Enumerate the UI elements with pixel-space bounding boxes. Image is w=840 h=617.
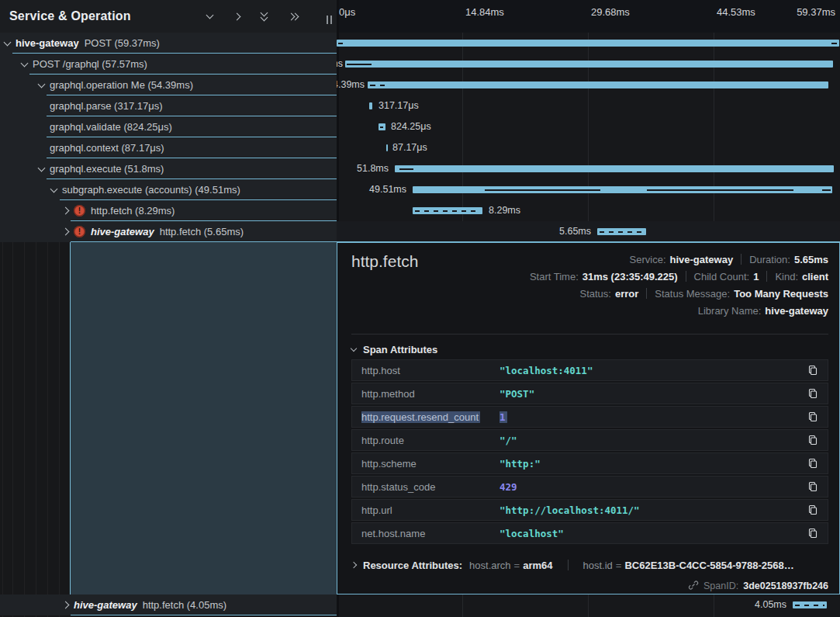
collapse-chevron-icon[interactable] <box>50 185 58 192</box>
double-chevron-right-icon[interactable] <box>285 9 301 24</box>
attribute-value: "localhost:4011" <box>500 365 804 376</box>
attribute-key: net.host.name <box>361 528 500 539</box>
resource-key: host.arch <box>469 560 510 571</box>
span-row-post-graphql[interactable]: POST /graphql (57.57ms) <box>0 54 337 75</box>
span-service: hive-gateway <box>74 599 137 611</box>
attribute-row: http.route "/" <box>351 429 828 451</box>
span-bar[interactable] <box>386 144 388 151</box>
attribute-row-selected: http.request.resend_count 1 <box>351 406 828 428</box>
divider <box>351 334 828 334</box>
resource-key: host.id <box>583 560 613 571</box>
detail-meta: Service: hive-gateway Duration: 5.65ms S… <box>530 251 828 319</box>
library-name-value: hive-gateway <box>765 305 828 317</box>
span-bar[interactable] <box>395 165 834 172</box>
chevron-down-icon <box>351 345 357 352</box>
chevron-down-icon[interactable] <box>204 9 215 24</box>
attribute-value: "/" <box>500 435 804 446</box>
attribute-value: 429 <box>500 481 804 493</box>
span-attributes-section-toggle[interactable]: Span Attributes <box>351 344 437 355</box>
span-row-hive-gateway-post[interactable]: hive-gateway POST (59.37ms) <box>0 33 337 54</box>
attribute-key: http.route <box>361 435 500 446</box>
copy-icon[interactable] <box>804 480 818 493</box>
copy-icon[interactable] <box>804 504 818 516</box>
span-row-graphql-parse[interactable]: graphql.parse (317.17μs) <box>0 95 337 116</box>
attribute-key: http.status_code <box>361 481 500 493</box>
span-bar[interactable] <box>369 102 372 109</box>
status-message-label: Status Message: <box>655 288 730 300</box>
copy-icon[interactable] <box>804 387 818 400</box>
span-row-http-fetch-5ms-selected[interactable]: hive-gateway http.fetch (5.65ms) <box>0 221 337 242</box>
copy-icon[interactable] <box>804 364 818 376</box>
attribute-value: "POST" <box>500 388 804 400</box>
collapse-chevron-icon[interactable] <box>21 59 29 67</box>
timeline-row <box>337 33 840 54</box>
timeline-panel: 0μs 14.84ms 29.68ms 44.53ms 59.37ms 57.5… <box>337 0 840 617</box>
copy-icon[interactable] <box>804 527 818 539</box>
span-row-http-fetch-4ms[interactable]: hive-gateway http.fetch (4.05ms) <box>0 594 337 615</box>
timeline-row: 49.51ms <box>337 179 840 200</box>
collapse-chevron-icon[interactable] <box>38 164 46 172</box>
span-label: http.fetch (5.65ms) <box>160 226 244 237</box>
axis-tick: 44.53ms <box>717 6 755 18</box>
error-icon <box>74 205 85 217</box>
span-row-graphql-validate[interactable]: graphql.validate (824.25μs) <box>0 116 337 137</box>
timeline-row: 54.39ms <box>337 75 840 95</box>
span-bar[interactable] <box>379 123 385 130</box>
panel-resize-handle[interactable] <box>327 16 332 24</box>
attribute-value: 1 <box>500 411 804 423</box>
bar-duration-label: 5.65ms <box>559 221 591 242</box>
expand-chevron-icon[interactable] <box>62 207 70 215</box>
bar-duration-label: 317.17μs <box>379 95 419 116</box>
span-id-value: 3de02518937fb246 <box>743 581 828 591</box>
attribute-row: http.status_code 429 <box>351 476 828 497</box>
span-id-row: SpanID: 3de02518937fb246 <box>688 578 828 594</box>
span-row-graphql-context[interactable]: graphql.context (87.17μs) <box>0 137 337 158</box>
status-value: error <box>615 288 638 300</box>
attribute-key: http.request.resend_count <box>361 411 500 423</box>
selected-span-detail-block <box>70 242 337 594</box>
bar-duration-label: 51.8ms <box>357 158 389 179</box>
bar-duration-label: 824.25μs <box>391 116 431 137</box>
attribute-value: "http://localhost:4011/" <box>500 504 804 516</box>
span-row-graphql-execute[interactable]: graphql.execute (51.8ms) <box>0 158 337 179</box>
panel-title: Service & Operation <box>9 9 131 23</box>
service-label: Service: <box>630 254 666 265</box>
span-label: http.fetch (4.05ms) <box>143 599 226 611</box>
timeline-row: 57.57ms <box>337 54 840 75</box>
span-bar[interactable] <box>345 61 833 68</box>
span-bar[interactable] <box>597 228 646 235</box>
status-message-value: Too Many Requests <box>734 288 828 300</box>
span-bar[interactable] <box>413 207 482 214</box>
detail-span-title: http.fetch <box>351 252 418 271</box>
span-row-subgraph-execute[interactable]: subgraph.execute (accounts) (49.51ms) <box>0 179 337 200</box>
attribute-row: http.scheme "http:" <box>351 452 828 474</box>
span-row-http-fetch-8ms[interactable]: http.fetch (8.29ms) <box>0 200 337 221</box>
span-row-graphql-operation[interactable]: graphql.operation Me (54.39ms) <box>0 75 337 95</box>
start-time-label: Start Time: <box>530 271 579 283</box>
span-service: hive-gateway <box>16 37 79 49</box>
span-bar[interactable] <box>337 40 839 47</box>
chevron-right-icon[interactable] <box>231 9 242 24</box>
duration-value: 5.65ms <box>794 254 828 265</box>
span-bar[interactable] <box>413 186 832 193</box>
kind-value: client <box>802 271 828 283</box>
span-bar[interactable] <box>368 81 828 88</box>
expand-chevron-icon[interactable] <box>62 228 70 236</box>
copy-icon[interactable] <box>804 457 818 470</box>
resource-attributes-row[interactable]: Resource Attributes: host.arch=arm64 hos… <box>351 556 828 574</box>
span-id-label: SpanID: <box>703 581 738 591</box>
span-label: graphql.execute (51.8ms) <box>50 163 164 175</box>
span-attributes-header: Span Attributes <box>363 344 437 355</box>
copy-icon[interactable] <box>804 434 818 446</box>
trace-viewer: Service & Operation hive-gateway POST (5… <box>0 0 840 617</box>
span-bar[interactable] <box>793 601 827 608</box>
copy-icon[interactable] <box>804 411 818 423</box>
child-count-label: Child Count: <box>694 271 750 283</box>
collapse-chevron-icon[interactable] <box>4 38 12 46</box>
span-label: http.fetch (8.29ms) <box>91 205 175 217</box>
double-chevron-down-icon[interactable] <box>258 9 269 24</box>
expand-chevron-icon[interactable] <box>62 601 70 609</box>
collapse-chevron-icon[interactable] <box>38 80 46 88</box>
timeline-row: 317.17μs <box>337 95 840 116</box>
link-icon[interactable] <box>688 580 699 593</box>
